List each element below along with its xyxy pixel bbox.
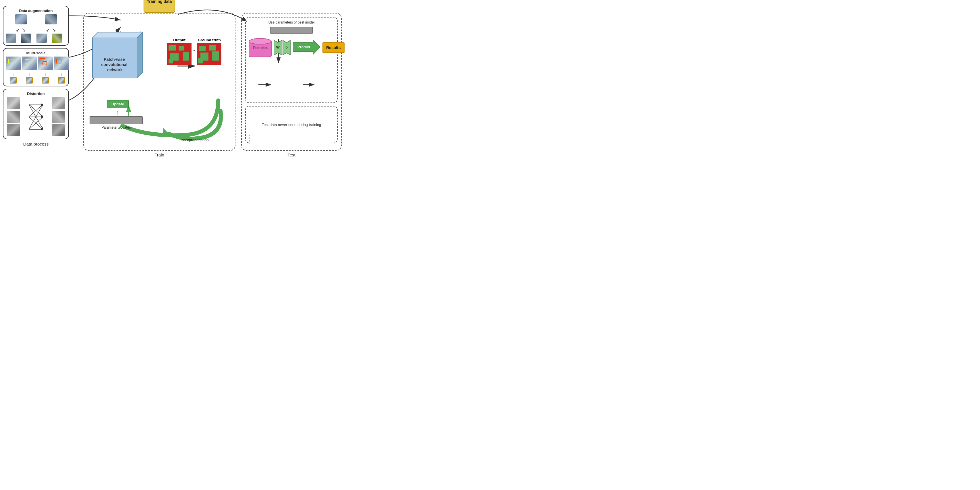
svg-rect-26: [169, 45, 176, 51]
ground-truth-image: [197, 43, 221, 65]
aug-image-5: [37, 33, 47, 43]
param-updates-container: Parameter updates: [89, 116, 143, 129]
svg-rect-29: [183, 52, 189, 60]
training-data-label: Training data: [144, 0, 175, 4]
comparison-container: Output - Ground truth: [167, 38, 230, 66]
test-cylinder-container: Test data: [249, 38, 272, 57]
backprop-container: Backpropagation: [163, 108, 226, 142]
wb-container: W b: [274, 40, 291, 55]
svg-rect-36: [198, 58, 203, 64]
output-image: [167, 43, 191, 65]
train-label: Train: [83, 153, 235, 157]
aug-image-6: [52, 33, 62, 43]
w-shape: W: [274, 40, 282, 55]
output-label: Output: [167, 38, 191, 42]
predict-label: Predict: [298, 45, 310, 49]
svg-rect-33: [209, 45, 216, 51]
param-updates-label: Parameter updates: [89, 126, 143, 129]
svg-marker-22: [92, 32, 143, 38]
predict-arrow-container: Predict: [293, 40, 320, 56]
svg-text:b: b: [285, 45, 288, 49]
dist-img-2: [7, 111, 20, 123]
predict-arrow-shape: Predict: [293, 40, 320, 54]
data-augmentation-box: Data augmentation ↙ ↘ ↙ ↘: [3, 6, 69, 46]
svg-rect-35: [212, 51, 219, 60]
best-model-bar: [270, 27, 313, 33]
test-bottom-text: Test data never seen during training: [262, 123, 321, 127]
svg-rect-27: [178, 46, 185, 51]
distortion-title: Distortion: [6, 92, 66, 96]
augmentation-title: Data augmentation: [6, 9, 66, 13]
ground-truth-label: Ground truth: [197, 38, 221, 42]
network-cube: Patch-wise convolutional network: [89, 31, 147, 80]
data-process-section: Data augmentation ↙ ↘ ↙ ↘: [3, 6, 69, 149]
dist-img-4: [52, 97, 65, 109]
param-bar: [89, 116, 143, 124]
train-section: Train Training data: [83, 6, 235, 157]
dist-img-6: [52, 124, 65, 136]
multi-scale-box: Multi-scale ↓ ↓: [3, 48, 69, 86]
update-container: Update ↑: [107, 100, 129, 116]
test-top-subsection: Use parameters of best model Test data: [245, 17, 338, 103]
aug-image-3: [6, 33, 16, 43]
test-bottom-subsection: Test data never seen during training: [245, 106, 338, 143]
data-process-label: Data process: [3, 142, 69, 146]
aug-arrow-left: ↙ ↘: [16, 27, 26, 33]
best-model-text: Use parameters of best model: [249, 21, 334, 24]
aug-image-2: [45, 14, 57, 24]
training-data-cylinder: Training data: [143, 0, 175, 13]
results-box: Results: [323, 42, 345, 53]
aug-image-4: [21, 33, 31, 43]
backprop-arrow: [163, 108, 226, 142]
update-box: Update: [107, 100, 129, 108]
svg-rect-32: [199, 46, 205, 51]
aug-image-1: [15, 14, 27, 24]
aug-arrow-right: ↙ ↘: [46, 27, 56, 33]
network-cube-container: Patch-wise convolutional network: [89, 31, 147, 81]
svg-marker-23: [137, 32, 143, 78]
test-section: Test Use parameters of best model Test d…: [241, 6, 342, 157]
test-label: Test: [241, 153, 342, 157]
diagram: Data augmentation ↙ ↘ ↙ ↘: [0, 0, 345, 172]
test-dashed-box: Use parameters of best model Test data: [241, 13, 342, 151]
update-arrow-up: ↑: [107, 109, 129, 116]
dist-img-3: [7, 124, 20, 136]
train-dashed-box: Training data Patch-wise convolutional: [83, 13, 235, 151]
dist-img-1: [7, 97, 20, 109]
svg-rect-30: [169, 59, 173, 64]
minus-sign: -: [193, 38, 195, 54]
multi-scale-title: Multi-scale: [6, 51, 66, 55]
dist-img-5: [52, 111, 65, 123]
distortion-box: Distortion: [3, 89, 69, 139]
b-shape: b: [283, 40, 291, 55]
svg-text:W: W: [276, 45, 280, 49]
